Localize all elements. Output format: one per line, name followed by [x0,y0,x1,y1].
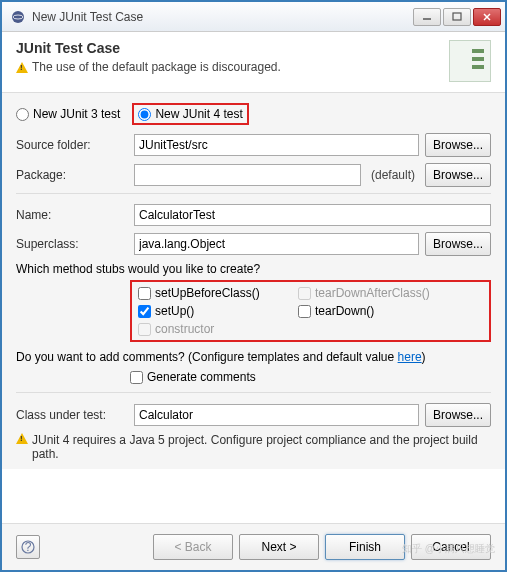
banner-heading: JUnit Test Case [16,40,439,56]
name-input[interactable] [134,204,491,226]
superclass-browse-button[interactable]: Browse... [425,232,491,256]
generate-comments-checkbox[interactable]: Generate comments [130,370,491,384]
minimize-button[interactable] [413,8,441,26]
setup-before-class-checkbox[interactable]: setUpBeforeClass() [138,286,298,300]
name-label: Name: [16,208,128,222]
package-input[interactable] [134,164,361,186]
warning-icon [16,62,28,73]
finish-button[interactable]: Finish [325,534,405,560]
banner-warning: The use of the default package is discou… [32,60,281,74]
back-button[interactable]: < Back [153,534,233,560]
package-label: Package: [16,168,128,182]
maximize-button[interactable] [443,8,471,26]
close-button[interactable] [473,8,501,26]
package-browse-button[interactable]: Browse... [425,163,491,187]
class-under-test-browse-button[interactable]: Browse... [425,403,491,427]
svg-rect-3 [453,13,461,20]
superclass-input[interactable] [134,233,419,255]
help-button[interactable]: ? [16,535,40,559]
constructor-checkbox[interactable]: constructor [138,322,298,336]
class-under-test-input[interactable] [134,404,419,426]
source-folder-browse-button[interactable]: Browse... [425,133,491,157]
cancel-button[interactable]: Cancel [411,534,491,560]
source-folder-label: Source folder: [16,138,128,152]
java5-warning: JUnit 4 requires a Java 5 project. Confi… [32,433,487,461]
svg-text:?: ? [25,540,32,554]
class-under-test-label: Class under test: [16,408,128,422]
junit4-radio[interactable]: New JUnit 4 test [132,103,248,125]
junit-wizard-icon [449,40,491,82]
comments-here-link[interactable]: here [398,350,422,364]
configure-link[interactable]: Configure [211,433,263,447]
package-default-label: (default) [371,168,415,182]
comments-question: Do you want to add comments? (Configure … [16,350,491,364]
junit3-radio[interactable]: New JUnit 3 test [16,107,120,121]
stubs-question: Which method stubs would you like to cre… [16,262,491,276]
eclipse-icon [10,9,26,25]
next-button[interactable]: Next > [239,534,319,560]
teardown-after-class-checkbox[interactable]: tearDownAfterClass() [298,286,458,300]
warning-icon [16,433,28,444]
teardown-checkbox[interactable]: tearDown() [298,304,458,318]
source-folder-input[interactable] [134,134,419,156]
svg-point-0 [12,11,24,23]
window-title: New JUnit Test Case [32,10,413,24]
setup-checkbox[interactable]: setUp() [138,304,298,318]
superclass-label: Superclass: [16,237,128,251]
